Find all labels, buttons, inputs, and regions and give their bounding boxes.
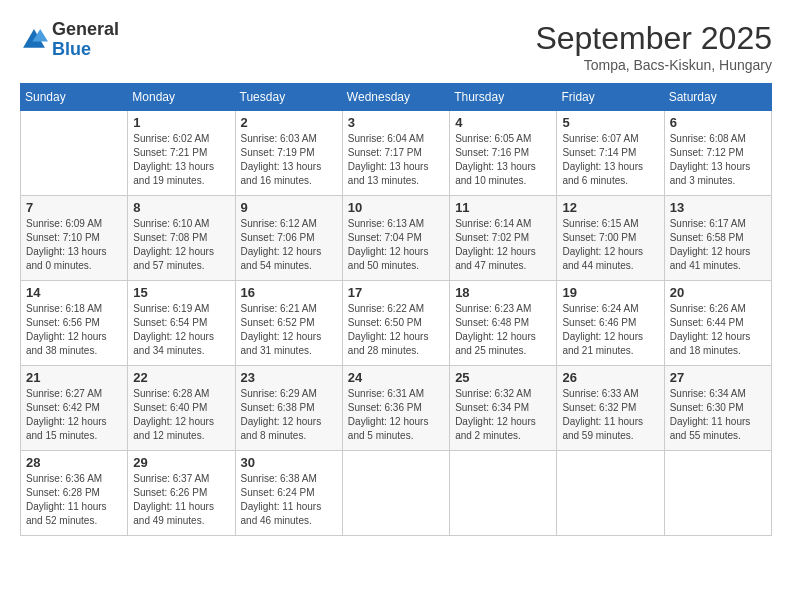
calendar-cell: 19Sunrise: 6:24 AM Sunset: 6:46 PM Dayli…	[557, 281, 664, 366]
day-number: 29	[133, 455, 229, 470]
day-info: Sunrise: 6:08 AM Sunset: 7:12 PM Dayligh…	[670, 132, 766, 188]
calendar-week-row: 1Sunrise: 6:02 AM Sunset: 7:21 PM Daylig…	[21, 111, 772, 196]
calendar-cell: 5Sunrise: 6:07 AM Sunset: 7:14 PM Daylig…	[557, 111, 664, 196]
calendar-cell	[21, 111, 128, 196]
day-number: 17	[348, 285, 444, 300]
calendar-cell: 12Sunrise: 6:15 AM Sunset: 7:00 PM Dayli…	[557, 196, 664, 281]
calendar-cell: 17Sunrise: 6:22 AM Sunset: 6:50 PM Dayli…	[342, 281, 449, 366]
calendar-cell	[557, 451, 664, 536]
day-number: 6	[670, 115, 766, 130]
day-number: 21	[26, 370, 122, 385]
calendar-cell: 23Sunrise: 6:29 AM Sunset: 6:38 PM Dayli…	[235, 366, 342, 451]
day-info: Sunrise: 6:05 AM Sunset: 7:16 PM Dayligh…	[455, 132, 551, 188]
day-info: Sunrise: 6:23 AM Sunset: 6:48 PM Dayligh…	[455, 302, 551, 358]
page-header: General Blue September 2025 Tompa, Bacs-…	[20, 20, 772, 73]
day-info: Sunrise: 6:12 AM Sunset: 7:06 PM Dayligh…	[241, 217, 337, 273]
day-info: Sunrise: 6:22 AM Sunset: 6:50 PM Dayligh…	[348, 302, 444, 358]
calendar-cell	[450, 451, 557, 536]
day-number: 26	[562, 370, 658, 385]
calendar-cell	[342, 451, 449, 536]
day-number: 12	[562, 200, 658, 215]
day-info: Sunrise: 6:33 AM Sunset: 6:32 PM Dayligh…	[562, 387, 658, 443]
day-info: Sunrise: 6:27 AM Sunset: 6:42 PM Dayligh…	[26, 387, 122, 443]
calendar-cell: 21Sunrise: 6:27 AM Sunset: 6:42 PM Dayli…	[21, 366, 128, 451]
day-info: Sunrise: 6:37 AM Sunset: 6:26 PM Dayligh…	[133, 472, 229, 528]
day-number: 25	[455, 370, 551, 385]
weekday-header-wednesday: Wednesday	[342, 84, 449, 111]
day-number: 19	[562, 285, 658, 300]
day-info: Sunrise: 6:03 AM Sunset: 7:19 PM Dayligh…	[241, 132, 337, 188]
day-info: Sunrise: 6:02 AM Sunset: 7:21 PM Dayligh…	[133, 132, 229, 188]
calendar-cell: 1Sunrise: 6:02 AM Sunset: 7:21 PM Daylig…	[128, 111, 235, 196]
logo-general: General	[52, 19, 119, 39]
day-number: 3	[348, 115, 444, 130]
day-number: 16	[241, 285, 337, 300]
calendar-week-row: 28Sunrise: 6:36 AM Sunset: 6:28 PM Dayli…	[21, 451, 772, 536]
calendar-cell: 13Sunrise: 6:17 AM Sunset: 6:58 PM Dayli…	[664, 196, 771, 281]
calendar-cell: 29Sunrise: 6:37 AM Sunset: 6:26 PM Dayli…	[128, 451, 235, 536]
calendar-cell: 26Sunrise: 6:33 AM Sunset: 6:32 PM Dayli…	[557, 366, 664, 451]
calendar-cell: 2Sunrise: 6:03 AM Sunset: 7:19 PM Daylig…	[235, 111, 342, 196]
calendar-cell: 28Sunrise: 6:36 AM Sunset: 6:28 PM Dayli…	[21, 451, 128, 536]
weekday-header-tuesday: Tuesday	[235, 84, 342, 111]
day-number: 28	[26, 455, 122, 470]
day-info: Sunrise: 6:15 AM Sunset: 7:00 PM Dayligh…	[562, 217, 658, 273]
calendar-week-row: 21Sunrise: 6:27 AM Sunset: 6:42 PM Dayli…	[21, 366, 772, 451]
day-info: Sunrise: 6:31 AM Sunset: 6:36 PM Dayligh…	[348, 387, 444, 443]
calendar-cell: 15Sunrise: 6:19 AM Sunset: 6:54 PM Dayli…	[128, 281, 235, 366]
day-number: 2	[241, 115, 337, 130]
day-number: 15	[133, 285, 229, 300]
calendar-cell: 24Sunrise: 6:31 AM Sunset: 6:36 PM Dayli…	[342, 366, 449, 451]
day-info: Sunrise: 6:04 AM Sunset: 7:17 PM Dayligh…	[348, 132, 444, 188]
day-number: 30	[241, 455, 337, 470]
calendar-week-row: 7Sunrise: 6:09 AM Sunset: 7:10 PM Daylig…	[21, 196, 772, 281]
logo-icon	[20, 26, 48, 54]
day-number: 5	[562, 115, 658, 130]
day-info: Sunrise: 6:17 AM Sunset: 6:58 PM Dayligh…	[670, 217, 766, 273]
day-info: Sunrise: 6:29 AM Sunset: 6:38 PM Dayligh…	[241, 387, 337, 443]
day-info: Sunrise: 6:07 AM Sunset: 7:14 PM Dayligh…	[562, 132, 658, 188]
day-info: Sunrise: 6:09 AM Sunset: 7:10 PM Dayligh…	[26, 217, 122, 273]
weekday-header-monday: Monday	[128, 84, 235, 111]
day-number: 27	[670, 370, 766, 385]
weekday-header-sunday: Sunday	[21, 84, 128, 111]
day-info: Sunrise: 6:24 AM Sunset: 6:46 PM Dayligh…	[562, 302, 658, 358]
calendar-cell: 6Sunrise: 6:08 AM Sunset: 7:12 PM Daylig…	[664, 111, 771, 196]
calendar-cell: 11Sunrise: 6:14 AM Sunset: 7:02 PM Dayli…	[450, 196, 557, 281]
day-info: Sunrise: 6:36 AM Sunset: 6:28 PM Dayligh…	[26, 472, 122, 528]
day-info: Sunrise: 6:38 AM Sunset: 6:24 PM Dayligh…	[241, 472, 337, 528]
calendar-week-row: 14Sunrise: 6:18 AM Sunset: 6:56 PM Dayli…	[21, 281, 772, 366]
weekday-header-friday: Friday	[557, 84, 664, 111]
calendar-cell: 8Sunrise: 6:10 AM Sunset: 7:08 PM Daylig…	[128, 196, 235, 281]
calendar-cell: 30Sunrise: 6:38 AM Sunset: 6:24 PM Dayli…	[235, 451, 342, 536]
day-number: 14	[26, 285, 122, 300]
calendar-cell: 25Sunrise: 6:32 AM Sunset: 6:34 PM Dayli…	[450, 366, 557, 451]
weekday-header-thursday: Thursday	[450, 84, 557, 111]
day-number: 20	[670, 285, 766, 300]
calendar-cell	[664, 451, 771, 536]
day-info: Sunrise: 6:21 AM Sunset: 6:52 PM Dayligh…	[241, 302, 337, 358]
day-info: Sunrise: 6:26 AM Sunset: 6:44 PM Dayligh…	[670, 302, 766, 358]
calendar-cell: 9Sunrise: 6:12 AM Sunset: 7:06 PM Daylig…	[235, 196, 342, 281]
day-number: 9	[241, 200, 337, 215]
day-number: 8	[133, 200, 229, 215]
calendar-cell: 3Sunrise: 6:04 AM Sunset: 7:17 PM Daylig…	[342, 111, 449, 196]
calendar-cell: 22Sunrise: 6:28 AM Sunset: 6:40 PM Dayli…	[128, 366, 235, 451]
day-info: Sunrise: 6:34 AM Sunset: 6:30 PM Dayligh…	[670, 387, 766, 443]
day-info: Sunrise: 6:14 AM Sunset: 7:02 PM Dayligh…	[455, 217, 551, 273]
weekday-header-saturday: Saturday	[664, 84, 771, 111]
calendar-cell: 18Sunrise: 6:23 AM Sunset: 6:48 PM Dayli…	[450, 281, 557, 366]
day-info: Sunrise: 6:28 AM Sunset: 6:40 PM Dayligh…	[133, 387, 229, 443]
calendar-cell: 10Sunrise: 6:13 AM Sunset: 7:04 PM Dayli…	[342, 196, 449, 281]
calendar-table: SundayMondayTuesdayWednesdayThursdayFrid…	[20, 83, 772, 536]
calendar-cell: 20Sunrise: 6:26 AM Sunset: 6:44 PM Dayli…	[664, 281, 771, 366]
day-number: 18	[455, 285, 551, 300]
calendar-cell: 14Sunrise: 6:18 AM Sunset: 6:56 PM Dayli…	[21, 281, 128, 366]
day-number: 11	[455, 200, 551, 215]
day-number: 24	[348, 370, 444, 385]
calendar-cell: 4Sunrise: 6:05 AM Sunset: 7:16 PM Daylig…	[450, 111, 557, 196]
logo: General Blue	[20, 20, 119, 60]
day-info: Sunrise: 6:19 AM Sunset: 6:54 PM Dayligh…	[133, 302, 229, 358]
calendar-cell: 7Sunrise: 6:09 AM Sunset: 7:10 PM Daylig…	[21, 196, 128, 281]
weekday-header-row: SundayMondayTuesdayWednesdayThursdayFrid…	[21, 84, 772, 111]
